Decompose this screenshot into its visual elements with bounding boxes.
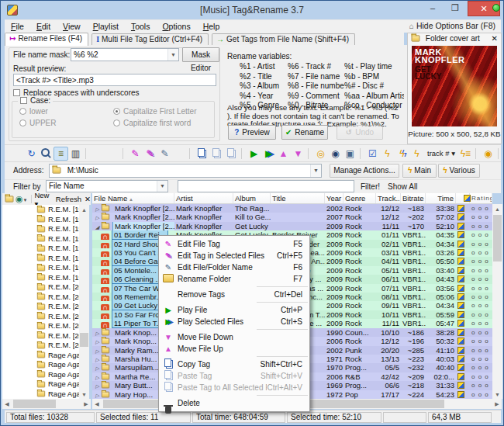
toolbar-icon[interactable] xyxy=(308,148,312,159)
toolbar-icon[interactable] xyxy=(123,148,126,159)
report-view-icon[interactable]: ▥ xyxy=(68,147,83,161)
minimize-button[interactable]: – xyxy=(422,1,444,16)
tab-get-tags-from-file-name[interactable]: →Get Tags from File Name (Shift+F4) xyxy=(212,33,355,46)
toolbar-icon[interactable] xyxy=(498,148,502,159)
context-menu-item[interactable]: Remove Tags Ctrl+Del xyxy=(159,289,309,300)
refresh-button[interactable]: Refresh xyxy=(56,195,81,203)
toolbar-icon[interactable] xyxy=(360,148,364,159)
column-header[interactable]: Album xyxy=(233,193,271,203)
play-file-icon[interactable]: ▶ xyxy=(247,147,261,161)
context-menu-item[interactable]: Paste Tag to All Selected Files Ctrl+Alt… xyxy=(159,382,309,393)
maximize-button[interactable]: ❒ xyxy=(444,1,466,16)
edit-tags-selected-icon[interactable]: ✎ xyxy=(143,147,157,161)
folder-tree-item[interactable]: Rage Agains xyxy=(2,379,79,390)
online-help-icon[interactable]: ◉ xyxy=(481,147,495,161)
folder-tree-item[interactable]: Rage Agains xyxy=(2,370,79,380)
action-main-button[interactable]: ϟMain xyxy=(402,164,437,178)
folder-action-icon[interactable]: ϟ xyxy=(409,147,424,161)
column-header[interactable]: Year xyxy=(325,193,343,203)
copy-tag-icon[interactable] xyxy=(195,147,209,161)
column-header[interactable]: Bitrate xyxy=(401,193,426,203)
rename-folder-icon[interactable] xyxy=(172,147,187,161)
folder-tree-item[interactable]: R.E.M. [1996 xyxy=(2,263,79,273)
cover-panel-header[interactable]: Folder cover art ✕ xyxy=(408,33,501,45)
chevron-down-icon[interactable]: ▼ xyxy=(157,181,167,192)
open-folder-icon[interactable] xyxy=(9,147,24,161)
folder-tree-item[interactable]: R.E.M. [1988 xyxy=(2,224,79,234)
tag-fields-icon[interactable]: ☑ xyxy=(365,147,380,161)
scroll-up-icon[interactable]: ▲ xyxy=(492,204,502,213)
checkbox-icon[interactable] xyxy=(13,89,20,96)
scroll-down-icon[interactable]: ▼ xyxy=(492,390,502,399)
radio-icon[interactable] xyxy=(19,119,26,126)
folder-tree-item[interactable]: Rage Agains xyxy=(2,390,79,400)
freedb-icon[interactable]: ▣ xyxy=(343,147,357,161)
close-panel-icon[interactable]: ✕ xyxy=(85,195,91,203)
close-icon[interactable]: ✕ xyxy=(492,34,498,43)
toolbar-icon[interactable] xyxy=(241,148,245,159)
preview-button[interactable]: ?Preview xyxy=(228,125,276,140)
context-menu-item[interactable]: Delete xyxy=(159,397,309,409)
column-header[interactable]: File Name xyxy=(92,193,174,203)
show-all-button[interactable]: Show All xyxy=(388,182,417,191)
scroll-left-icon[interactable]: ◀ xyxy=(92,399,102,409)
column-header[interactable]: Time xyxy=(426,193,456,203)
context-menu-item[interactable]: ▶ Play File Ctrl+P xyxy=(159,304,309,316)
folder-tree-item[interactable]: R.E.M. [1992 xyxy=(2,244,79,254)
hide-options-bar-button[interactable]: ⌂Hide Options Bar (F8) xyxy=(409,21,495,30)
scroll-up-icon[interactable]: ▲ xyxy=(79,205,89,214)
amazon-icon[interactable]: ◎ xyxy=(313,147,328,161)
column-header[interactable]: Title xyxy=(271,193,325,203)
chevron-down-icon[interactable]: ▼ xyxy=(167,49,178,61)
menu-item[interactable]: File xyxy=(5,20,30,31)
folder-tree-item[interactable]: R.E.M. [1994 xyxy=(2,254,79,264)
Mark Knopfler [2...[interactable]: ▷Mark Knopfler [2...Mark KnopflerThe Rag… xyxy=(92,204,492,213)
edit-filename-icon[interactable]: ✎ xyxy=(157,147,172,161)
radio-icon[interactable] xyxy=(113,119,120,126)
context-menu-item[interactable]: ▲ Move File Up xyxy=(159,343,309,355)
browse-folder-icon[interactable] xyxy=(91,147,105,161)
Mark Knopfler [2...[interactable]: ▷Mark Knopfler [2...Mark KnopflerKill to… xyxy=(92,213,492,221)
scroll-right-icon[interactable]: ▶ xyxy=(81,399,91,409)
address-combobox[interactable]: M:\Music▼ xyxy=(49,164,322,178)
folder-tree-item[interactable]: R.E.M. [2006 xyxy=(2,312,79,322)
column-header[interactable]: Track... xyxy=(376,193,401,203)
toolbar-icon[interactable] xyxy=(189,148,193,159)
scroll-down-icon[interactable]: ▼ xyxy=(79,390,89,399)
scroll-left-icon[interactable]: ◀ xyxy=(2,399,12,409)
radio-upper[interactable]: UPPER xyxy=(19,119,56,127)
folder-tree-item[interactable]: R.E.M. [2001 xyxy=(2,282,79,293)
context-menu-item[interactable]: ▶ Play Selected Files Ctrl+S xyxy=(159,316,309,327)
paste-tag-icon[interactable] xyxy=(209,147,224,161)
Mark Knopfler [2...[interactable]: ◢Mark Knopfler [2...Mark KnopflerGet Luc… xyxy=(92,222,492,230)
menu-item[interactable]: Edit xyxy=(30,20,57,31)
album-cover-image[interactable]: MARK KNOPFLER GET LUCKY xyxy=(412,46,497,126)
chevron-down-icon[interactable]: ▼ xyxy=(310,165,321,177)
folder-tree-item[interactable]: R.E.M. [2011 xyxy=(2,331,79,341)
radio-lower[interactable]: lower xyxy=(19,107,48,116)
undo-button[interactable]: ↺Undo xyxy=(337,125,383,140)
menu-item[interactable]: Help xyxy=(197,20,226,31)
title-bar[interactable]: [Music] Tag&Rename 3.7 – ❒ ✕ xyxy=(2,1,502,19)
case-checkbox[interactable]: Case: xyxy=(18,96,53,105)
folder-tree-item[interactable]: R.E.M. [2011 xyxy=(2,341,79,351)
rename-button[interactable]: ✔Rename xyxy=(281,125,328,140)
radio-selected-icon[interactable] xyxy=(113,108,120,115)
toolbar-icon[interactable] xyxy=(85,148,89,159)
up-folder-icon[interactable] xyxy=(5,196,14,202)
refresh-icon[interactable]: ↻ xyxy=(24,147,39,161)
folder-tree-item[interactable]: R.E.M. [2003 xyxy=(2,293,79,303)
new-folder-icon[interactable] xyxy=(105,147,120,161)
context-menu-item[interactable]: ✎ Edit File/Folder Name F6 xyxy=(159,261,309,273)
checkbox-icon[interactable] xyxy=(20,97,27,104)
context-menu-item[interactable]: ✎ Edit File Tag F5 xyxy=(159,238,309,250)
folder-tree-item[interactable]: R.E.M. [1987 xyxy=(2,215,79,225)
tab-rename-files[interactable]: ↦Rename Files (F4) xyxy=(5,33,88,46)
tree-view-icon[interactable]: ≡ xyxy=(54,147,68,161)
action-various-button[interactable]: ϟVarious xyxy=(438,164,480,178)
sidebar-hscroll-thumb[interactable] xyxy=(13,400,56,408)
toolbar-icon[interactable] xyxy=(475,148,479,159)
table-scroll-thumb[interactable] xyxy=(493,215,502,261)
filter-query-input[interactable] xyxy=(178,180,354,192)
menu-item[interactable]: Tools xyxy=(125,20,157,31)
